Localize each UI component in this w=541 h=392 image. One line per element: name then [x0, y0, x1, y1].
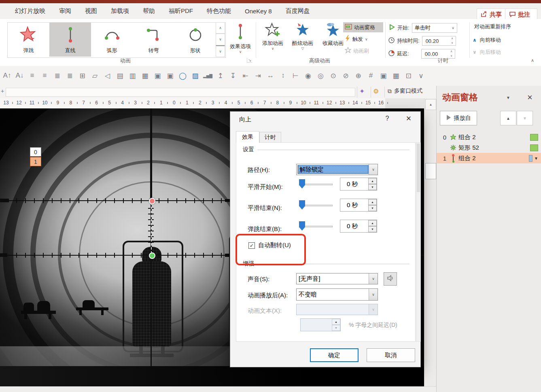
spin-up-icon[interactable]: ∧ — [448, 49, 455, 54]
toolbar-icon-30[interactable]: ▣ — [377, 72, 390, 80]
toolbar-icon-6[interactable]: ⊞ — [76, 72, 89, 80]
toolbar-icon-7[interactable]: ▱ — [89, 72, 101, 80]
toolbar-icon-33[interactable]: ∨ — [415, 72, 427, 80]
animation-list-item[interactable]: 1组合 2▼ — [437, 153, 541, 163]
toolbar-icon-26[interactable]: ⊙ — [327, 72, 339, 80]
toolbar-icon-23[interactable]: ⊢ — [289, 72, 302, 80]
smooth-start-slider-thumb[interactable] — [299, 179, 305, 189]
smooth-start-slider[interactable] — [301, 184, 333, 185]
menu-item-审阅[interactable]: 审阅 — [52, 7, 78, 15]
toolbar-icon-3[interactable]: ≡ — [38, 72, 51, 80]
bounce-end-slider-thumb[interactable] — [299, 221, 305, 231]
chevron-down-icon[interactable]: ▼ — [534, 156, 538, 161]
ok-button[interactable]: 确定 — [310, 348, 359, 362]
tab-timing[interactable]: 计时 — [259, 132, 281, 143]
smooth-start-input[interactable]: 0 秒 ▲▼ — [340, 178, 377, 191]
toolbar-icon-8[interactable]: ◁ — [101, 72, 114, 80]
dialog-scrollbar[interactable] — [416, 142, 421, 342]
gallery-scroll-up[interactable]: ∧ — [216, 22, 225, 34]
toolbar-icon-19[interactable]: ⇤ — [239, 72, 252, 80]
move-later-button[interactable]: ∨ 向后移动 — [473, 47, 533, 57]
close-icon[interactable]: × — [403, 113, 414, 124]
toolbar-icon-15[interactable]: ▨ — [189, 72, 202, 80]
menu-item-福昕PDF[interactable]: 福昕PDF — [162, 7, 200, 15]
after-animation-select[interactable]: 不变暗 ∨ — [296, 288, 378, 301]
animation-pane-button[interactable]: 动画窗格 — [343, 22, 383, 32]
toolbar-icon-22[interactable]: ↕ — [277, 72, 289, 80]
bounce-end-input[interactable]: 0 秒 ▲▼ — [340, 220, 377, 233]
spin-down-icon[interactable]: ▼ — [368, 205, 377, 211]
gallery-item-shape[interactable]: 形状 — [174, 23, 216, 57]
dialog-launcher-icon[interactable]: ↘ — [247, 58, 252, 63]
help-icon[interactable]: ? — [383, 115, 391, 122]
trigger-button[interactable]: 触发 ∨ — [343, 34, 384, 44]
menu-item-幻灯片放映[interactable]: 幻灯片放映 — [8, 7, 52, 15]
toolbar-icon-2[interactable]: ≡ — [26, 72, 38, 80]
menu-item-加载项[interactable]: 加载项 — [104, 7, 136, 15]
toolbar-icon-28[interactable]: ⊕ — [352, 72, 365, 80]
menu-item-特色功能[interactable]: 特色功能 — [200, 7, 238, 15]
path-select[interactable]: 解除锁定 ∨ — [296, 164, 378, 175]
multi-window-mode-button[interactable]: ⧉ 多窗口模式 — [388, 87, 422, 95]
move-down-button[interactable]: ▼ — [517, 111, 533, 125]
pane-menu-chevron-icon[interactable]: ▼ — [506, 95, 510, 100]
toolbar-icon-27[interactable]: ⊘ — [339, 72, 352, 80]
toolbar-icon-32[interactable]: ⊡ — [402, 72, 415, 80]
gear-icon[interactable]: ⚙ — [373, 87, 379, 95]
move-earlier-button[interactable]: ∧ 向前移动 — [473, 35, 533, 45]
animation-order-badge-1[interactable]: 1 — [30, 157, 41, 166]
scroll-up-button[interactable]: ▲ — [425, 99, 436, 110]
collapse-ribbon-icon[interactable]: ∧ — [531, 58, 534, 63]
spin-up-icon[interactable]: ∧ — [449, 36, 456, 41]
gallery-item-line[interactable]: 直线 — [49, 23, 91, 57]
spin-up-icon[interactable]: ▲ — [368, 220, 377, 226]
menu-item-视图[interactable]: 视图 — [78, 7, 104, 15]
cool-animation-button[interactable]: 酷炫动画 ▽ — [288, 22, 317, 57]
spin-up-icon[interactable]: ▲ — [368, 199, 377, 205]
smooth-end-input[interactable]: 0 秒 ▲▼ — [340, 199, 377, 212]
animation-order-badge-0[interactable]: 0 — [30, 147, 41, 157]
speaker-button[interactable] — [384, 272, 397, 286]
scrollbar-thumb[interactable] — [425, 163, 436, 179]
tab-effect[interactable]: 效果 — [236, 131, 259, 143]
animation-list-item[interactable]: 矩形 52 — [437, 142, 541, 153]
dialog-scrollbar-thumb[interactable] — [417, 144, 420, 192]
plus-icon[interactable]: + — [1, 88, 4, 94]
toolbar-icon-4[interactable]: ≣ — [51, 72, 64, 80]
duration-input[interactable]: 00.20 ∧∨ — [422, 36, 456, 46]
toolbar-icon-18[interactable]: ↧ — [227, 72, 239, 80]
toolbar-icon-20[interactable]: ⇥ — [252, 72, 264, 80]
spin-up-icon[interactable]: ▲ — [368, 178, 377, 184]
gallery-item-arc[interactable]: 弧形 — [91, 23, 133, 57]
spin-down-icon[interactable]: ∨ — [449, 41, 456, 45]
effect-options-button[interactable]: 效果选项 ∨ — [227, 22, 254, 57]
toolbar-icon-31[interactable]: ▦ — [390, 72, 402, 80]
smooth-end-slider[interactable] — [301, 205, 333, 206]
spin-down-icon[interactable]: ▼ — [368, 226, 377, 232]
start-select[interactable]: 单击时 ∨ — [412, 23, 457, 33]
motion-path[interactable] — [151, 203, 152, 254]
sound-select[interactable]: [无声音] ∨ — [296, 273, 378, 284]
bounce-end-slider[interactable] — [301, 226, 333, 227]
toolbar-icon-14[interactable]: ◯ — [176, 72, 189, 80]
gallery-more-button[interactable]: ∨ — [216, 45, 225, 57]
smooth-end-slider-thumb[interactable] — [299, 200, 305, 210]
magic-wand-icon[interactable]: ✦ — [359, 87, 365, 95]
toolbar-icon-29[interactable]: # — [365, 72, 377, 80]
toolbar-icon-1[interactable]: A↓ — [13, 72, 26, 80]
toolbar-icon-17[interactable]: ↥ — [214, 72, 227, 80]
toolbar-icon-9[interactable]: ▤ — [114, 72, 126, 80]
play-from-button[interactable]: 播放自 — [440, 111, 477, 125]
horizontal-ruler[interactable]: 1312111098765432101234567891011121314151… — [0, 98, 424, 108]
formula-bar[interactable] — [6, 88, 355, 97]
motion-path-end-handle[interactable] — [149, 198, 155, 204]
toolbar-icon-0[interactable]: A↑ — [1, 72, 13, 80]
add-animation-button[interactable]: 添加动画 ∨ — [258, 22, 287, 57]
menu-item-帮助[interactable]: 帮助 — [136, 7, 162, 15]
motion-path-start-handle[interactable] — [149, 252, 155, 259]
toolbar-icon-12[interactable]: ▣ — [151, 72, 164, 80]
pane-close-icon[interactable]: × — [527, 92, 533, 103]
toolbar-icon-16[interactable]: ▂▅▇ — [202, 74, 214, 78]
toolbar-icon-10[interactable]: ▥ — [126, 72, 139, 80]
toolbar-icon-25[interactable]: ◎ — [314, 72, 327, 80]
